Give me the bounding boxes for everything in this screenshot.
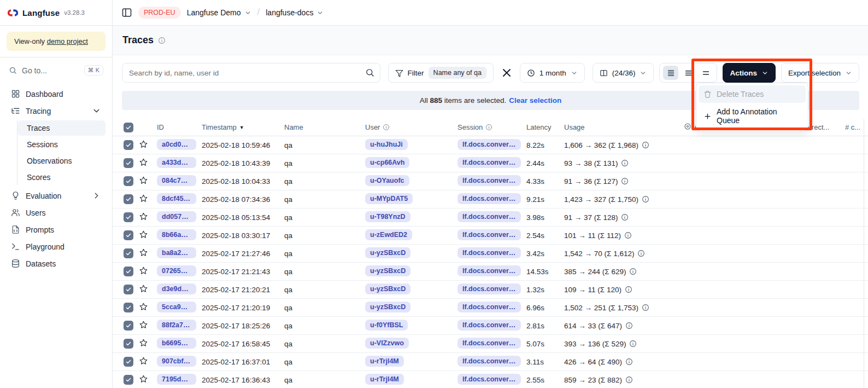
- trace-id-badge[interactable]: dd05753...: [157, 211, 196, 222]
- column-header-session[interactable]: Session: [452, 119, 521, 136]
- info-icon[interactable]: [629, 268, 637, 275]
- row-checkbox[interactable]: [124, 303, 133, 312]
- user-badge[interactable]: u-T98YnzD: [365, 211, 410, 222]
- session-badge[interactable]: lf.docs.conversation...: [458, 229, 521, 240]
- row-checkbox[interactable]: [124, 375, 133, 385]
- sidebar-item-playground[interactable]: Playground: [7, 238, 105, 255]
- user-badge[interactable]: u-rTrjl4M: [365, 356, 404, 367]
- time-range-button[interactable]: 1 month: [520, 63, 585, 83]
- info-icon[interactable]: [625, 358, 633, 366]
- table-row[interactable]: b669529...2025-02-17 16:58:45qau-VIZzvwo…: [113, 335, 868, 353]
- star-icon[interactable]: [139, 320, 148, 329]
- row-checkbox[interactable]: [124, 194, 133, 204]
- project-selector[interactable]: langfuse-docs: [266, 8, 324, 17]
- sidebar-item-sessions[interactable]: Sessions: [17, 137, 105, 152]
- sidebar-item-datasets[interactable]: Datasets: [7, 255, 105, 272]
- session-badge[interactable]: lf.docs.conversation...: [458, 157, 521, 168]
- info-icon[interactable]: [642, 195, 649, 203]
- info-icon[interactable]: [621, 159, 629, 167]
- user-badge[interactable]: u-huJhuJi: [365, 139, 408, 150]
- info-icon[interactable]: [625, 376, 633, 384]
- session-badge[interactable]: lf.docs.conversation...: [458, 283, 521, 294]
- info-icon[interactable]: [642, 304, 649, 311]
- star-icon[interactable]: [139, 230, 148, 239]
- info-icon[interactable]: [642, 141, 649, 149]
- row-height-medium-button[interactable]: [681, 66, 696, 80]
- star-icon[interactable]: [139, 194, 148, 203]
- trace-id-badge[interactable]: ba8a208f...: [157, 247, 196, 258]
- info-icon[interactable]: [625, 322, 633, 329]
- star-icon[interactable]: [139, 338, 148, 348]
- goto-search[interactable]: Go to... ⌘ K: [0, 57, 112, 81]
- user-badge[interactable]: u-yzSBxcD: [365, 247, 410, 258]
- sidebar-item-prompts[interactable]: Prompts: [7, 221, 105, 238]
- clear-filter-icon[interactable]: [500, 66, 513, 79]
- session-badge[interactable]: lf.docs.conversation...: [458, 320, 521, 331]
- session-badge[interactable]: lf.docs.conversation...: [458, 356, 521, 367]
- table-row[interactable]: a0cd0d9...2025-02-18 10:59:46qau-huJhuJi…: [113, 136, 868, 154]
- user-badge[interactable]: u-OYauofc: [365, 175, 409, 186]
- info-icon[interactable]: [621, 177, 629, 185]
- columns-button[interactable]: (24/36): [593, 63, 654, 83]
- row-checkbox[interactable]: [124, 212, 133, 222]
- demo-project-link[interactable]: demo project: [47, 37, 88, 45]
- row-checkbox[interactable]: [124, 140, 133, 150]
- sidebar-item-evaluation[interactable]: Evaluation: [7, 187, 105, 204]
- star-icon[interactable]: [139, 212, 148, 221]
- trace-id-badge[interactable]: 7195d78e...: [157, 374, 196, 385]
- session-badge[interactable]: lf.docs.conversation...: [458, 374, 521, 385]
- row-checkbox[interactable]: [124, 321, 133, 331]
- search-icon[interactable]: [365, 68, 374, 77]
- user-badge[interactable]: u-rTrjl4M: [365, 374, 404, 385]
- star-icon[interactable]: [139, 356, 148, 366]
- star-icon[interactable]: [139, 266, 148, 275]
- trace-id-badge[interactable]: d3e9d1f2...: [157, 283, 196, 294]
- table-row[interactable]: ba8a208f...2025-02-17 21:27:46qau-yzSBxc…: [113, 245, 868, 263]
- session-badge[interactable]: lf.docs.conversation...: [458, 338, 521, 349]
- row-checkbox[interactable]: [124, 248, 133, 258]
- trace-id-badge[interactable]: 907cbf6e...: [157, 356, 196, 367]
- session-badge[interactable]: lf.docs.conversation...: [458, 247, 521, 258]
- row-height-small-button[interactable]: [663, 66, 678, 80]
- table-row[interactable]: 88f2a7b0...2025-02-17 18:25:26qau-f0YfBS…: [113, 317, 868, 335]
- info-icon[interactable]: [637, 250, 645, 257]
- user-badge[interactable]: u-yzSBxcD: [365, 283, 410, 294]
- sidebar-toggle-icon[interactable]: [121, 7, 132, 18]
- trace-id-badge[interactable]: 5cca9cf2...: [157, 302, 196, 312]
- sidebar-item-observations[interactable]: Observations: [17, 153, 105, 169]
- user-badge[interactable]: u-zEwdED2: [365, 229, 412, 240]
- row-checkbox[interactable]: [124, 285, 133, 294]
- table-row[interactable]: 8b66a34...2025-02-18 03:30:17qau-zEwdED2…: [113, 227, 868, 245]
- star-icon[interactable]: [139, 158, 148, 167]
- star-icon[interactable]: [139, 374, 148, 384]
- user-badge[interactable]: u-VIZzvwo: [365, 338, 409, 349]
- trace-id-badge[interactable]: 8b66a34...: [157, 229, 196, 240]
- export-selection-button[interactable]: Export selection: [781, 63, 859, 83]
- table-row[interactable]: 5cca9cf2...2025-02-17 21:20:19qau-yzSBxc…: [113, 299, 868, 317]
- trace-id-badge[interactable]: 8dcf4574...: [157, 193, 196, 204]
- session-badge[interactable]: lf.docs.conversation...: [458, 193, 521, 204]
- table-row[interactable]: d3e9d1f2...2025-02-17 21:20:21qau-yzSBxc…: [113, 281, 868, 299]
- sidebar-item-traces[interactable]: Traces: [17, 120, 105, 136]
- column-header-c[interactable]: # c...: [840, 119, 864, 136]
- star-icon[interactable]: [139, 284, 148, 293]
- org-selector[interactable]: Langfuse Demo: [187, 8, 251, 17]
- table-row[interactable]: 084c739...2025-02-18 10:04:33qau-OYauofc…: [113, 172, 868, 190]
- sidebar-item-users[interactable]: Users: [7, 204, 105, 221]
- trace-id-badge[interactable]: 88f2a7b0...: [157, 320, 196, 331]
- table-row[interactable]: dd05753...2025-02-18 05:13:54qau-T98YnzD…: [113, 209, 868, 227]
- actions-button[interactable]: Actions: [723, 63, 776, 83]
- trace-id-badge[interactable]: a433de51...: [157, 157, 196, 168]
- column-header-latency[interactable]: Latency: [521, 119, 559, 136]
- user-badge[interactable]: u-MYpDAT5: [365, 193, 413, 204]
- column-header-timestamp[interactable]: Timestamp▼: [196, 119, 279, 136]
- row-checkbox[interactable]: [124, 230, 133, 240]
- star-icon[interactable]: [139, 248, 148, 257]
- table-row[interactable]: a433de51...2025-02-18 10:43:39qau-cp66Av…: [113, 154, 868, 172]
- star-icon[interactable]: [139, 140, 148, 149]
- filter-button[interactable]: Filter Name any of qa: [388, 63, 494, 83]
- star-icon[interactable]: [139, 176, 148, 185]
- info-icon[interactable]: [625, 286, 632, 293]
- column-header-name[interactable]: Name: [279, 119, 360, 136]
- info-icon[interactable]: [624, 231, 632, 239]
